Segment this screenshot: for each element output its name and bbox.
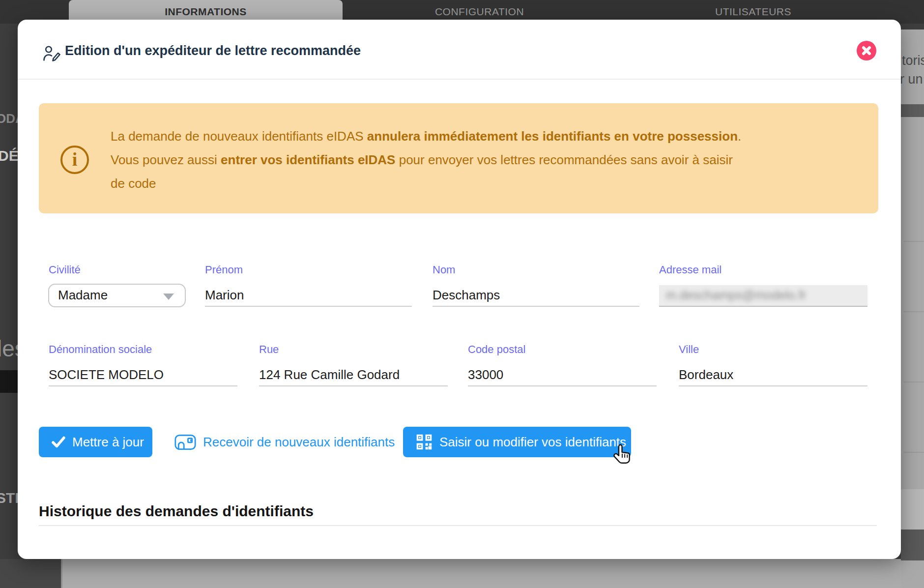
ville-input[interactable]: Bordeaux xyxy=(679,365,867,386)
mailbox-icon xyxy=(174,433,196,451)
rue-input[interactable]: 124 Rue Camille Godard xyxy=(259,365,448,386)
prenom-label: Prénom xyxy=(205,264,243,276)
screen: INFORMATIONS CONFIGURATION UTILISATEURS … xyxy=(0,0,924,588)
code-postal-input[interactable]: 33000 xyxy=(468,365,657,386)
edit-sender-dialog: Edition d'un expéditeur de lettre recomm… xyxy=(18,20,901,559)
ville-label: Ville xyxy=(679,343,699,356)
denomination-label: Dénomination sociale xyxy=(49,343,152,356)
update-button-label: Mettre à jour xyxy=(72,435,144,450)
background-dark-band xyxy=(0,370,20,393)
email-label: Adresse mail xyxy=(659,264,722,276)
receive-credentials-link[interactable]: Recevoir de nouveaux identifiants xyxy=(174,433,395,451)
modify-credentials-label: Saisir ou modifier vos identifiants xyxy=(439,435,626,450)
background-divider xyxy=(61,559,62,588)
civilite-value: Madame xyxy=(58,288,108,303)
nom-label: Nom xyxy=(433,264,455,276)
background-row-divider xyxy=(904,452,924,453)
prenom-input[interactable]: Marion xyxy=(205,285,412,307)
banner-line-3: de code xyxy=(111,172,863,195)
banner-line-1: La demande de nouveaux identifiants eIDA… xyxy=(111,124,863,148)
email-input[interactable]: m.deschamps@modelo.fr xyxy=(659,285,867,307)
person-edit-icon xyxy=(42,45,62,65)
chevron-down-icon xyxy=(163,294,174,300)
receive-credentials-label: Recevoir de nouveaux identifiants xyxy=(203,435,395,450)
banner-text: La demande de nouveaux identifiants eIDA… xyxy=(111,124,863,195)
background-text-fragment: STI xyxy=(0,490,19,506)
background-dark-column xyxy=(0,559,61,588)
background-right-sliver: toris r un l xyxy=(901,29,924,588)
close-icon xyxy=(861,45,872,56)
background-row-divider xyxy=(904,382,924,382)
hand-cursor-icon xyxy=(612,443,633,469)
dialog-title: Edition d'un expéditeur de lettre recomm… xyxy=(65,43,361,59)
background-bottom-sliver xyxy=(0,559,924,588)
update-button[interactable]: Mettre à jour xyxy=(39,427,152,457)
background-dark-band xyxy=(901,104,924,117)
background-light-band xyxy=(901,489,924,529)
background-dark-band xyxy=(901,529,924,560)
civilite-label: Civilité xyxy=(49,264,81,276)
rue-label: Rue xyxy=(259,343,279,356)
modify-credentials-button[interactable]: Saisir ou modifier vos identifiants xyxy=(403,427,631,457)
background-row-divider xyxy=(904,311,924,312)
check-icon xyxy=(52,436,65,448)
email-value-redacted: m.deschamps@modelo.fr xyxy=(666,288,867,302)
close-button[interactable] xyxy=(857,41,876,60)
qr-code-icon xyxy=(416,434,433,450)
banner-line-2: Vous pouvez aussi entrer vos identifiant… xyxy=(111,148,863,172)
nom-input[interactable]: Deschamps xyxy=(433,285,639,307)
denomination-input[interactable]: SOCIETE MODELO xyxy=(49,365,237,386)
history-divider xyxy=(39,525,877,526)
info-icon: i xyxy=(60,146,89,174)
history-section-title: Historique des demandes d'identifiants xyxy=(39,503,314,520)
background-text-fragment: toris xyxy=(902,53,924,68)
background-text-fragment: DÉ xyxy=(0,147,19,164)
eidas-info-banner: i La demande de nouveaux identifiants eI… xyxy=(39,103,878,213)
background-row-divider xyxy=(904,241,924,242)
civilite-select[interactable]: Madame xyxy=(48,284,186,307)
code-postal-label: Code postal xyxy=(468,343,525,356)
background-text-fragment: r un l xyxy=(901,72,924,87)
header-divider xyxy=(18,79,901,80)
